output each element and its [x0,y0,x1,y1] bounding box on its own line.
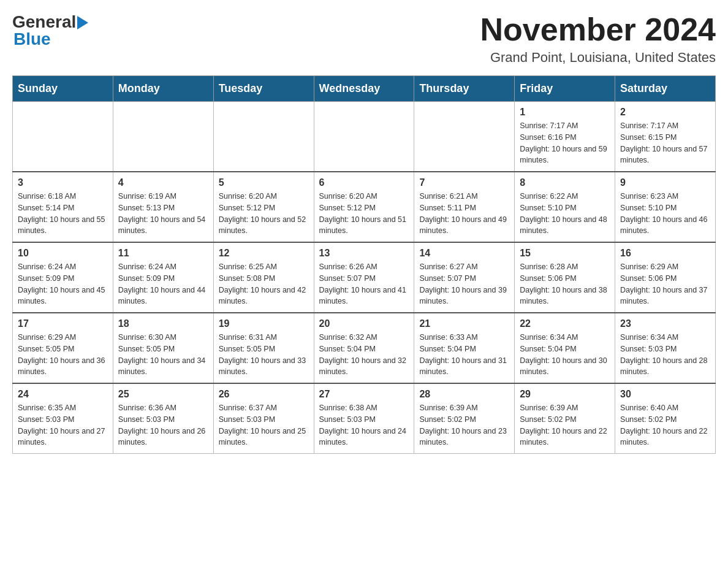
calendar-cell: 5Sunrise: 6:20 AMSunset: 5:12 PMDaylight… [213,172,314,242]
day-info: Sunrise: 7:17 AMSunset: 6:16 PMDaylight:… [520,120,610,166]
day-info: Sunrise: 6:21 AMSunset: 5:11 PMDaylight:… [419,191,509,237]
day-number: 12 [219,248,309,259]
day-number: 20 [319,318,409,329]
day-info: Sunrise: 6:30 AMSunset: 5:05 PMDaylight:… [118,332,208,378]
day-number: 4 [118,177,208,188]
day-info: Sunrise: 6:22 AMSunset: 5:10 PMDaylight:… [520,191,610,237]
day-info: Sunrise: 6:18 AMSunset: 5:14 PMDaylight:… [18,191,108,237]
calendar-cell: 11Sunrise: 6:24 AMSunset: 5:09 PMDayligh… [113,242,213,313]
main-title: November 2024 [480,12,716,47]
day-number: 26 [219,389,309,400]
calendar-cell: 9Sunrise: 6:23 AMSunset: 5:10 PMDaylight… [615,172,716,242]
day-number: 13 [319,248,409,259]
day-number: 3 [18,177,108,188]
calendar-cell: 23Sunrise: 6:34 AMSunset: 5:03 PMDayligh… [615,313,716,383]
calendar-cell [213,102,314,172]
col-thursday: Thursday [414,76,515,102]
day-number: 2 [620,107,710,118]
col-sunday: Sunday [13,76,113,102]
subtitle: Grand Point, Louisiana, United States [480,50,716,66]
calendar-cell: 27Sunrise: 6:38 AMSunset: 5:03 PMDayligh… [314,383,414,454]
calendar-cell: 1Sunrise: 7:17 AMSunset: 6:16 PMDaylight… [515,102,615,172]
day-info: Sunrise: 6:32 AMSunset: 5:04 PMDaylight:… [319,332,409,378]
day-number: 25 [118,389,208,400]
day-info: Sunrise: 6:29 AMSunset: 5:05 PMDaylight:… [18,332,108,378]
day-number: 19 [219,318,309,329]
day-number: 9 [620,177,710,188]
calendar-cell [414,102,515,172]
calendar-week-row: 10Sunrise: 6:24 AMSunset: 5:09 PMDayligh… [13,242,716,313]
day-number: 18 [118,318,208,329]
day-info: Sunrise: 6:29 AMSunset: 5:06 PMDaylight:… [620,261,710,307]
calendar-cell: 13Sunrise: 6:26 AMSunset: 5:07 PMDayligh… [314,242,414,313]
day-number: 14 [419,248,509,259]
calendar-cell: 19Sunrise: 6:31 AMSunset: 5:05 PMDayligh… [213,313,314,383]
day-info: Sunrise: 6:38 AMSunset: 5:03 PMDaylight:… [319,402,409,448]
calendar-week-row: 1Sunrise: 7:17 AMSunset: 6:16 PMDaylight… [13,102,716,172]
day-info: Sunrise: 6:27 AMSunset: 5:07 PMDaylight:… [419,261,509,307]
day-number: 23 [620,318,710,329]
day-number: 10 [18,248,108,259]
page-header: General Blue November 2024 Grand Point, … [12,12,716,66]
calendar-cell: 2Sunrise: 7:17 AMSunset: 6:15 PMDaylight… [615,102,716,172]
col-wednesday: Wednesday [314,76,414,102]
calendar-cell: 26Sunrise: 6:37 AMSunset: 5:03 PMDayligh… [213,383,314,454]
day-info: Sunrise: 6:34 AMSunset: 5:03 PMDaylight:… [620,332,710,378]
day-number: 16 [620,248,710,259]
calendar-cell: 16Sunrise: 6:29 AMSunset: 5:06 PMDayligh… [615,242,716,313]
calendar-cell: 28Sunrise: 6:39 AMSunset: 5:02 PMDayligh… [414,383,515,454]
calendar-cell: 4Sunrise: 6:19 AMSunset: 5:13 PMDaylight… [113,172,213,242]
calendar-cell: 29Sunrise: 6:39 AMSunset: 5:02 PMDayligh… [515,383,615,454]
calendar-cell [13,102,113,172]
day-number: 6 [319,177,409,188]
calendar-week-row: 3Sunrise: 6:18 AMSunset: 5:14 PMDaylight… [13,172,716,242]
day-number: 22 [520,318,610,329]
day-info: Sunrise: 6:19 AMSunset: 5:13 PMDaylight:… [118,191,208,237]
calendar-cell: 30Sunrise: 6:40 AMSunset: 5:02 PMDayligh… [615,383,716,454]
day-info: Sunrise: 6:23 AMSunset: 5:10 PMDaylight:… [620,191,710,237]
calendar-cell: 7Sunrise: 6:21 AMSunset: 5:11 PMDaylight… [414,172,515,242]
day-number: 1 [520,107,610,118]
calendar-cell: 15Sunrise: 6:28 AMSunset: 5:06 PMDayligh… [515,242,615,313]
day-number: 15 [520,248,610,259]
calendar-cell: 21Sunrise: 6:33 AMSunset: 5:04 PMDayligh… [414,313,515,383]
day-info: Sunrise: 7:17 AMSunset: 6:15 PMDaylight:… [620,120,710,166]
calendar-cell [113,102,213,172]
day-number: 29 [520,389,610,400]
calendar-cell: 6Sunrise: 6:20 AMSunset: 5:12 PMDaylight… [314,172,414,242]
calendar-cell: 24Sunrise: 6:35 AMSunset: 5:03 PMDayligh… [13,383,113,454]
calendar-cell: 17Sunrise: 6:29 AMSunset: 5:05 PMDayligh… [13,313,113,383]
day-info: Sunrise: 6:20 AMSunset: 5:12 PMDaylight:… [319,191,409,237]
day-info: Sunrise: 6:28 AMSunset: 5:06 PMDaylight:… [520,261,610,307]
day-info: Sunrise: 6:37 AMSunset: 5:03 PMDaylight:… [219,402,309,448]
calendar-week-row: 17Sunrise: 6:29 AMSunset: 5:05 PMDayligh… [13,313,716,383]
day-number: 8 [520,177,610,188]
calendar-cell: 3Sunrise: 6:18 AMSunset: 5:14 PMDaylight… [13,172,113,242]
col-friday: Friday [515,76,615,102]
day-number: 27 [319,389,409,400]
logo-arrow-icon [77,16,88,29]
day-info: Sunrise: 6:20 AMSunset: 5:12 PMDaylight:… [219,191,309,237]
day-info: Sunrise: 6:25 AMSunset: 5:08 PMDaylight:… [219,261,309,307]
day-info: Sunrise: 6:24 AMSunset: 5:09 PMDaylight:… [118,261,208,307]
day-info: Sunrise: 6:36 AMSunset: 5:03 PMDaylight:… [118,402,208,448]
day-number: 21 [419,318,509,329]
day-number: 11 [118,248,208,259]
svg-marker-0 [77,16,88,29]
logo-blue-text: Blue [13,29,88,49]
day-info: Sunrise: 6:26 AMSunset: 5:07 PMDaylight:… [319,261,409,307]
calendar-cell: 25Sunrise: 6:36 AMSunset: 5:03 PMDayligh… [113,383,213,454]
day-number: 28 [419,389,509,400]
calendar-table: Sunday Monday Tuesday Wednesday Thursday… [12,75,716,454]
day-number: 30 [620,389,710,400]
calendar-header-row: Sunday Monday Tuesday Wednesday Thursday… [13,76,716,102]
day-info: Sunrise: 6:40 AMSunset: 5:02 PMDaylight:… [620,402,710,448]
calendar-cell: 8Sunrise: 6:22 AMSunset: 5:10 PMDaylight… [515,172,615,242]
day-info: Sunrise: 6:35 AMSunset: 5:03 PMDaylight:… [18,402,108,448]
day-info: Sunrise: 6:24 AMSunset: 5:09 PMDaylight:… [18,261,108,307]
calendar-cell: 14Sunrise: 6:27 AMSunset: 5:07 PMDayligh… [414,242,515,313]
day-number: 5 [219,177,309,188]
day-info: Sunrise: 6:39 AMSunset: 5:02 PMDaylight:… [419,402,509,448]
calendar-cell [314,102,414,172]
calendar-cell: 18Sunrise: 6:30 AMSunset: 5:05 PMDayligh… [113,313,213,383]
